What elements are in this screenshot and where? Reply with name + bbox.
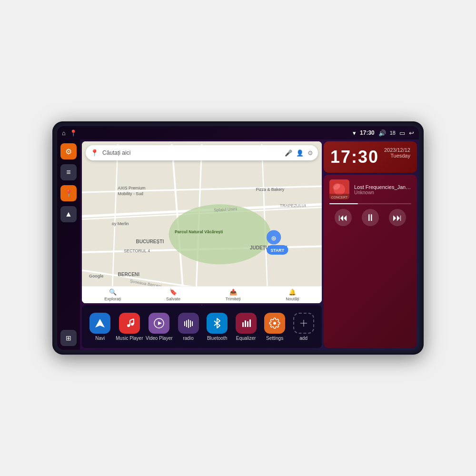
news-label: Noutăți [286,297,299,301]
music-album-art: CONCERT [329,179,349,199]
wifi-icon: ▾ [353,129,356,137]
svg-text:◎: ◎ [271,235,276,241]
radio-label: radio [183,336,193,341]
svg-text:Pizza & Bakery: Pizza & Bakery [256,187,284,192]
nav-arrow-icon: ▲ [65,210,72,218]
mic-icon[interactable]: 🎤 [285,149,292,157]
app-navi[interactable]: Navi [87,313,113,341]
equalizer-icon [236,313,257,334]
sidebar-grid-btn[interactable]: ⊞ [60,330,77,346]
svg-rect-42 [245,320,246,327]
settings-icon: ⚙ [65,147,72,156]
svg-text:CONCERT: CONCERT [331,196,348,199]
pause-icon: ⏸ [366,212,375,223]
sidebar-location-btn[interactable]: 📍 [60,185,77,201]
maps-status-icon[interactable]: 📍 [69,129,77,137]
music-controls: ⏮ ⏸ ⏭ [329,209,411,226]
app-music-player[interactable]: Music Player [116,313,143,341]
app-radio[interactable]: radio [175,313,201,341]
bluetooth-label: Bluetooth [207,336,227,341]
clock-time: 17:30 [330,147,379,167]
center-area: Parcul Natural Văcărești BUCUREȘTI SECTO… [80,139,324,350]
sidebar-nav-btn[interactable]: ▲ [60,206,77,222]
music-progress-bar[interactable] [329,203,411,204]
svg-text:TRAPEZULUI: TRAPEZULUI [280,204,306,208]
svg-point-10 [169,204,271,264]
map-explore-btn[interactable]: 🔍 Explorați [104,288,121,301]
volume-icon[interactable]: 🔊 [378,129,386,137]
clock-widget: 17:30 2023/12/12 Tuesday [324,141,417,173]
map-news-btn[interactable]: 🔔 Noutăți [286,288,299,301]
saved-icon: 🔖 [169,288,177,296]
app-settings[interactable]: Settings [262,313,288,341]
map-background: Parcul Natural Văcărești BUCUREȘTI SECTO… [82,141,322,303]
app-video-player[interactable]: Video Player [146,313,173,341]
home-icon[interactable]: ⌂ [62,129,66,137]
app-add[interactable]: add [290,313,317,341]
album-art-inner: CONCERT [329,179,349,199]
left-sidebar: ⚙ ≡ 📍 ▲ ⊞ [57,139,80,350]
svg-text:Google: Google [89,274,103,278]
battery-icon: ▭ [399,129,405,137]
map-svg: Parcul Natural Văcărești BUCUREȘTI SECTO… [82,141,322,303]
svg-text:Parcul Natural Văcărești: Parcul Natural Văcărești [175,229,223,234]
add-label: add [299,336,307,341]
svg-text:START: START [270,248,284,253]
next-button[interactable]: ⏭ [389,209,406,226]
grid-icon: ⊞ [66,334,71,342]
google-maps-icon: 📍 [90,149,99,157]
explore-icon: 🔍 [109,288,117,296]
user-icon[interactable]: 👤 [296,149,304,157]
svg-marker-35 [158,321,162,325]
svg-rect-43 [247,321,248,327]
svg-text:Mobility - Sud: Mobility - Sud [118,191,143,196]
send-label: Trimiteți [226,297,241,301]
status-bar: ⌂ 📍 ▾ 17:30 🔊 18 ▭ ↩ [57,126,419,139]
prev-button[interactable]: ⏮ [335,209,352,226]
app-equalizer[interactable]: Equalizer [233,313,259,341]
app-bluetooth[interactable]: Bluetooth [204,313,230,341]
settings-app-label: Settings [266,336,283,341]
pause-button[interactable]: ⏸ [362,209,379,226]
svg-text:SECTORUL 4: SECTORUL 4 [124,248,150,253]
svg-text:AXIS Premium: AXIS Premium [118,186,146,190]
status-right: ▾ 17:30 🔊 18 ▭ ↩ [353,129,414,137]
svg-marker-28 [95,319,105,327]
svg-text:oy Merlin: oy Merlin [112,221,129,226]
svg-point-45 [273,322,276,325]
music-title: Lost Frequencies_Janie... [354,184,411,190]
clock-date: 2023/12/12 Tuesday [384,147,410,159]
bluetooth-icon [207,313,228,334]
map-widget[interactable]: Parcul Natural Văcărești BUCUREȘTI SECTO… [82,141,322,303]
map-saved-btn[interactable]: 🔖 Salvate [166,288,180,301]
video-player-icon [149,313,169,334]
sidebar-settings-btn[interactable]: ⚙ [60,143,77,159]
device-frame: ⌂ 📍 ▾ 17:30 🔊 18 ▭ ↩ ⚙ ≡ [52,121,424,355]
map-search-text: Căutați aici [102,149,281,156]
music-artist: Unknown [354,190,411,195]
music-player-icon [119,313,140,334]
settings-map-icon[interactable]: ⚙ [307,149,313,157]
saved-label: Salvate [166,297,180,301]
svg-line-33 [130,319,134,320]
sidebar-file-btn[interactable]: ≡ [60,164,77,180]
news-icon: 🔔 [288,288,296,296]
file-icon: ≡ [66,168,70,177]
add-icon [293,313,314,334]
map-bottom-bar: 🔍 Explorați 🔖 Salvate 📤 Trimiteți [82,286,322,303]
location-icon: 📍 [65,189,73,197]
svg-rect-41 [242,322,244,327]
video-player-label: Video Player [146,336,173,341]
prev-icon: ⏮ [338,212,348,223]
map-search-bar[interactable]: 📍 Căutați aici 🎤 👤 ⚙ [86,145,318,160]
clock-date-day: Tuesday [384,153,410,159]
equalizer-label: Equalizer [236,336,256,341]
svg-rect-44 [249,319,251,327]
next-icon: ⏭ [393,212,402,223]
main-content: ⚙ ≡ 📍 ▲ ⊞ [57,139,419,350]
status-left: ⌂ 📍 [62,129,77,137]
map-send-btn[interactable]: 📤 Trimiteți [226,288,241,301]
back-icon[interactable]: ↩ [409,129,414,137]
navi-icon [89,313,110,334]
send-icon: 📤 [229,288,237,296]
